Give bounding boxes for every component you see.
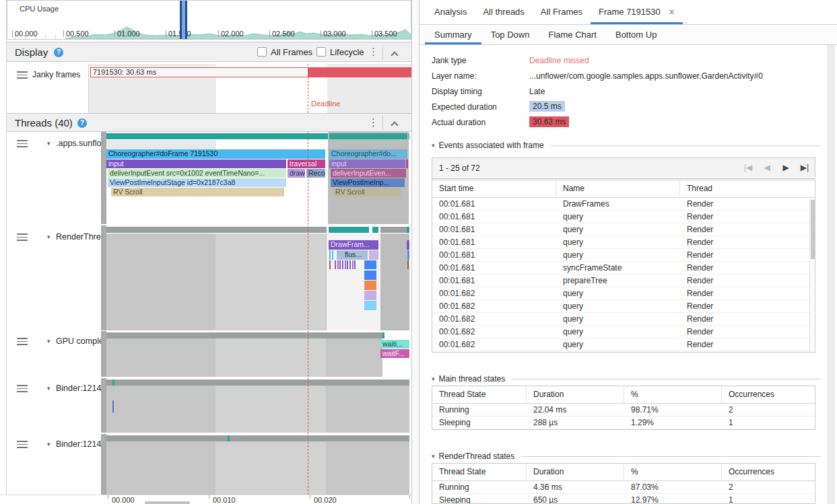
first-page-icon[interactable]: |◀ (743, 163, 753, 172)
janky-frame-overrun-bar[interactable] (308, 67, 411, 77)
trace-event-bar[interactable]: Choreographer#do... (329, 149, 407, 159)
trace-event-bar[interactable] (364, 301, 376, 310)
janky-frame-event[interactable]: 7191530: 30.63 ms (90, 67, 308, 77)
trace-event-bar[interactable] (112, 400, 114, 412)
trace-event-bar[interactable] (406, 159, 408, 168)
trace-event-bar[interactable] (369, 250, 378, 260)
column-header[interactable]: % (624, 464, 722, 480)
trace-event-bar[interactable] (407, 250, 409, 260)
close-tab-icon[interactable]: ✕ (668, 7, 675, 17)
table-row[interactable]: 00:01.681syncFrameStateRender (432, 262, 815, 275)
table-row[interactable]: Running22.04 ms98.71%2 (432, 404, 815, 417)
next-page-icon[interactable]: ▶ (781, 163, 791, 172)
trace-event-bar[interactable]: ViewPostImeInputStage id=0x2187c3a8 (108, 178, 286, 187)
table-row[interactable]: 00:01.682queryRender (432, 338, 815, 351)
drag-handle-icon[interactable] (17, 71, 28, 79)
column-header[interactable]: Occurrences (722, 464, 815, 480)
column-header[interactable]: Thread State (432, 464, 527, 480)
trace-event-bar[interactable] (332, 250, 333, 260)
trace-event-bar[interactable]: Choreographer#doFrame 7191530 (106, 149, 325, 159)
timeline-range-selection[interactable] (180, 1, 187, 39)
collapse-chevron-icon[interactable] (392, 121, 397, 127)
tab-all-frames[interactable]: All Frames (533, 0, 591, 24)
tab-all-threads[interactable]: All threads (475, 0, 532, 24)
collapse-chevron-icon[interactable] (392, 51, 397, 57)
table-row[interactable]: 00:01.681prepareTreeRender (432, 275, 815, 287)
table-row[interactable]: 00:01.682queryRender (432, 326, 815, 338)
more-options-icon[interactable]: ⋮ (368, 46, 378, 58)
column-header[interactable]: Start time (432, 180, 556, 197)
subtab-summary[interactable]: Summary (425, 25, 481, 44)
trace-event-bar[interactable] (407, 240, 409, 250)
collapse-triangle-icon[interactable]: ▾ (432, 453, 435, 460)
trace-event-bar[interactable] (364, 281, 376, 290)
drag-handle-icon[interactable] (17, 233, 28, 241)
events-table-scrollbar[interactable] (809, 199, 815, 352)
column-header[interactable]: Name (556, 180, 680, 197)
trace-event-bar[interactable] (364, 260, 376, 269)
lifecycle-checkbox[interactable] (316, 47, 326, 57)
subtab-bottom-up[interactable]: Bottom Up (606, 25, 666, 44)
tab-frame-7191530[interactable]: Frame 7191530 ✕ (591, 0, 683, 24)
drag-handle-icon[interactable] (17, 441, 28, 448)
subtab-flame-chart[interactable]: Flame Chart (539, 25, 606, 44)
panel-divider[interactable] (411, 0, 412, 504)
collapse-triangle-icon[interactable]: ▾ (47, 385, 51, 392)
column-header[interactable]: Duration (527, 464, 624, 480)
trace-event-bar[interactable] (364, 271, 376, 280)
trace-event-bar[interactable]: draw (288, 169, 305, 178)
drag-handle-icon[interactable] (17, 338, 28, 345)
table-row[interactable]: Sleeping650 µs12.97%1 (432, 494, 815, 504)
help-icon[interactable]: ? (54, 48, 63, 57)
column-header[interactable]: Thread (680, 180, 809, 197)
trace-event-bar[interactable]: DrawFram... (329, 240, 378, 250)
collapse-triangle-icon[interactable]: ▾ (47, 233, 51, 240)
trace-event-bar[interactable]: input (329, 159, 405, 168)
table-row[interactable]: 00:01.681queryRender (432, 211, 815, 223)
prev-page-icon[interactable]: ◀ (762, 163, 772, 172)
table-row[interactable]: 00:01.682queryRender (432, 287, 815, 300)
horizontal-scrollbar[interactable] (145, 501, 190, 504)
table-row[interactable]: 00:01.682queryRender (432, 300, 815, 313)
tab-analysis[interactable]: Analysis (426, 0, 475, 24)
column-header[interactable]: Occurrences (722, 386, 815, 403)
trace-event-bar[interactable] (407, 260, 409, 269)
trace-event-bar[interactable] (364, 291, 376, 300)
collapse-triangle-icon[interactable]: ▾ (47, 441, 51, 447)
trace-event-bar[interactable]: RV Scroll (111, 188, 284, 196)
table-row[interactable]: 00:01.682queryRender (432, 313, 815, 326)
trace-event-bar[interactable] (329, 250, 331, 260)
panel-vertical-scrollbar[interactable] (827, 45, 835, 504)
trace-event-bar[interactable]: ViewPostImeInp... (331, 178, 405, 187)
table-row[interactable]: 00:01.681queryRender (432, 249, 815, 262)
main-thread-states-header[interactable]: ▾ Main thread states (432, 374, 821, 384)
table-row[interactable]: 00:01.681DrawFramesRender (432, 198, 815, 211)
table-row[interactable]: 00:01.681queryRender (432, 236, 815, 249)
trace-event-bar[interactable]: waiti... (380, 340, 409, 349)
table-row[interactable]: Running4.36 ms87.03%2 (432, 481, 815, 494)
trace-event-bar[interactable]: deliverInputEvent src=0x1002 eventTimeNa… (108, 169, 286, 178)
collapse-triangle-icon[interactable]: ▾ (432, 375, 435, 382)
renderthread-states-header[interactable]: ▾ RenderThread states (432, 452, 821, 461)
trace-event-bar[interactable]: flus... (337, 250, 368, 260)
table-row[interactable]: 00:01.681queryRender (432, 223, 815, 236)
drag-handle-icon[interactable] (17, 140, 28, 147)
column-header[interactable]: Thread State (432, 386, 527, 403)
more-options-icon[interactable]: ⋮ (368, 116, 378, 129)
trace-event-bar[interactable] (329, 260, 331, 269)
table-row[interactable]: Sleeping288 µs1.29%1 (432, 417, 815, 429)
trace-event-bar[interactable]: Record ... (306, 169, 325, 178)
trace-event-bar[interactable]: deliverInputEven... (331, 169, 406, 178)
trace-event-bar[interactable]: waitF... (380, 349, 409, 358)
column-header[interactable]: % (624, 386, 722, 403)
trace-event-bar[interactable]: input (106, 159, 286, 168)
subtab-top-down[interactable]: Top Down (481, 25, 539, 44)
collapse-triangle-icon[interactable]: ▾ (47, 140, 51, 147)
trace-event-cluster[interactable] (335, 260, 357, 269)
help-icon[interactable]: ? (77, 118, 87, 128)
trace-event-bar[interactable]: RV Scroll (333, 188, 401, 196)
last-page-icon[interactable]: ▶| (800, 163, 809, 172)
column-header[interactable]: Duration (527, 386, 624, 403)
collapse-triangle-icon[interactable]: ▾ (432, 142, 435, 149)
trace-event-bar[interactable]: traversal (288, 159, 325, 168)
